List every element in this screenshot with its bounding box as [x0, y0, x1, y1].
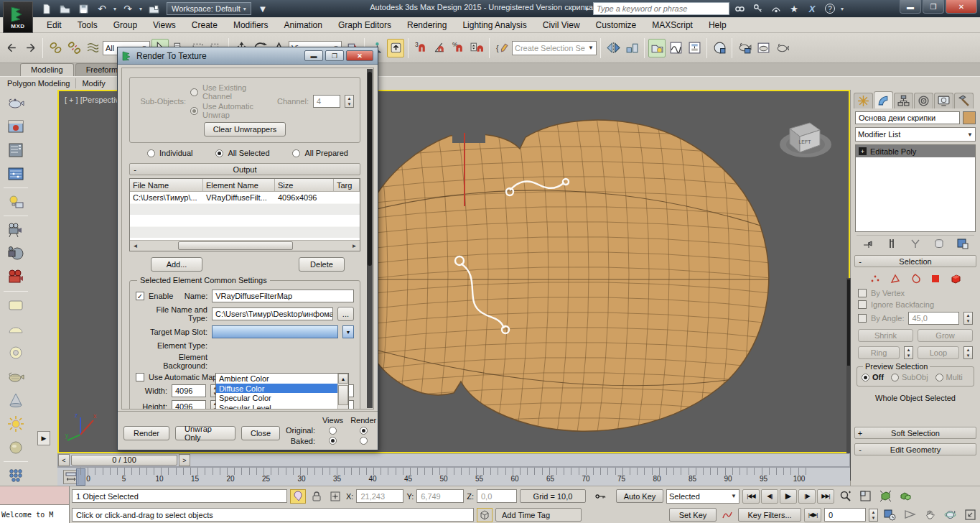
- sun-light-icon[interactable]: [5, 414, 27, 434]
- redo-scene-icon[interactable]: [22, 39, 39, 57]
- target-map-slot-dropdown-list[interactable]: Ambient Color Diffuse Color Specular Col…: [215, 373, 349, 409]
- lighting-analysis-icon[interactable]: [5, 192, 27, 212]
- undo-scene-icon[interactable]: [3, 39, 20, 57]
- play-animation-icon[interactable]: ▶: [780, 489, 797, 504]
- communication-center-icon[interactable]: [769, 2, 783, 15]
- sphere-object-icon[interactable]: [5, 438, 27, 458]
- dropdown-scrollbar[interactable]: ▲ ▼: [337, 374, 348, 409]
- zoom-extents-all-icon[interactable]: [897, 489, 915, 504]
- keyboard-shortcut-override-icon[interactable]: [387, 39, 404, 57]
- search-input[interactable]: [593, 2, 729, 15]
- torus-object-icon[interactable]: [5, 343, 27, 363]
- rendered-frame-icon[interactable]: [5, 116, 27, 136]
- plane-object-icon[interactable]: [5, 295, 27, 315]
- file-name-field[interactable]: C:\Users\Тимур\Desktop\инфомарi: [212, 307, 333, 320]
- cone-object-icon[interactable]: [5, 390, 27, 410]
- isolate-selection-icon[interactable]: [290, 489, 306, 504]
- close-dialog-button[interactable]: Close: [241, 426, 280, 440]
- particle-array-icon[interactable]: [5, 466, 27, 486]
- open-file-icon[interactable]: [57, 2, 72, 15]
- enable-checkbox[interactable]: ✓: [136, 292, 144, 300]
- dialog-title-bar[interactable]: Render To Texture ▬ ❐ ✕: [118, 47, 378, 65]
- menu-item[interactable]: Views: [145, 19, 184, 32]
- new-file-icon[interactable]: [39, 2, 53, 15]
- percent-snap-toggle-icon[interactable]: %: [449, 39, 467, 57]
- redo-dropdown-icon[interactable]: ▾: [139, 6, 142, 12]
- menu-item[interactable]: Rendering: [399, 19, 454, 32]
- menu-item[interactable]: Tools: [70, 19, 106, 32]
- selection-rollout-header[interactable]: - Selection: [854, 255, 976, 267]
- frame-spinner[interactable]: ▲▼: [869, 509, 878, 522]
- tab-hierarchy[interactable]: [894, 93, 913, 108]
- time-slider-handle[interactable]: 0 / 100: [71, 455, 177, 466]
- time-slider[interactable]: < 0 / 100 >: [57, 453, 850, 467]
- quick-render-teapot-icon[interactable]: [5, 93, 27, 113]
- time-slider-prev-icon[interactable]: <: [58, 454, 70, 466]
- dialog-restore-button[interactable]: ❐: [325, 50, 344, 61]
- zoom-icon[interactable]: [837, 489, 854, 504]
- vertex-subobject-icon[interactable]: [869, 273, 881, 286]
- maximize-viewport-toggle-icon[interactable]: [961, 508, 979, 522]
- z-coordinate-field[interactable]: 0,0: [477, 489, 517, 503]
- add-time-tag-cube-icon[interactable]: [477, 508, 493, 522]
- snap-toggle-3d-icon[interactable]: 3: [412, 39, 429, 57]
- add-time-tag-button[interactable]: Add Time Tag: [495, 508, 582, 522]
- browse-button[interactable]: ...: [337, 307, 354, 321]
- edit-geometry-rollout-header[interactable]: - Edit Geometry: [854, 443, 976, 455]
- border-subobject-icon[interactable]: [910, 273, 921, 286]
- channel-field[interactable]: 4: [313, 95, 340, 108]
- element-subobject-icon[interactable]: [950, 273, 961, 286]
- viewcube[interactable]: LEFT: [775, 107, 836, 165]
- clear-unwrappers-button[interactable]: Clear Unwrappers: [204, 122, 286, 136]
- baked-views-radio[interactable]: [329, 437, 337, 445]
- key-login-icon[interactable]: [751, 2, 765, 15]
- modifier-stack[interactable]: + Editable Poly: [855, 144, 976, 232]
- by-angle-checkbox[interactable]: [858, 314, 867, 323]
- dropdown-item[interactable]: Ambient Color: [216, 374, 337, 384]
- use-automatic-unwrap-radio[interactable]: [190, 107, 198, 115]
- edit-named-selection-sets-icon[interactable]: {: [493, 39, 510, 57]
- by-vertex-checkbox[interactable]: [858, 289, 867, 297]
- column-size[interactable]: Size: [275, 179, 334, 191]
- menu-item[interactable]: Create: [184, 19, 225, 32]
- dialog-close-button[interactable]: ✕: [346, 50, 373, 61]
- column-element-name[interactable]: Element Name: [203, 179, 275, 191]
- key-filters-button[interactable]: Key Filters...: [738, 508, 801, 522]
- set-key-button[interactable]: Set Key: [669, 508, 717, 522]
- undo-dropdown-icon[interactable]: ▾: [113, 6, 116, 12]
- maxscript-mini-listener[interactable]: Welcome to M: [0, 486, 70, 523]
- menu-item[interactable]: Modifiers: [225, 19, 276, 32]
- render-production-icon[interactable]: [773, 39, 790, 57]
- workspace-flyout-icon[interactable]: ▼: [256, 2, 270, 15]
- unlink-selection-icon[interactable]: [65, 39, 83, 57]
- all-selected-radio[interactable]: [215, 149, 223, 157]
- orbit-icon[interactable]: [941, 508, 958, 522]
- menu-item[interactable]: Customize: [588, 19, 645, 32]
- dock-flyout-arrow[interactable]: ▶: [37, 431, 50, 445]
- render-setup-dialog-icon[interactable]: [5, 140, 27, 160]
- rendered-frame-window-icon[interactable]: [755, 39, 772, 57]
- x-coordinate-field[interactable]: 21,243: [356, 489, 403, 503]
- viewport-label[interactable]: [ + ] [Perspectiv: [65, 96, 119, 104]
- zoom-extents-icon[interactable]: [877, 489, 895, 504]
- teapot-object-icon[interactable]: [5, 366, 27, 387]
- tab-modify[interactable]: [874, 91, 893, 108]
- ribbon-panel-polygon-modeling[interactable]: Polygon Modeling: [7, 79, 70, 88]
- grow-button[interactable]: Grow: [918, 329, 973, 342]
- project-folder-icon[interactable]: [146, 2, 161, 15]
- named-selection-set-combo[interactable]: Create Selection Se▼: [512, 41, 597, 55]
- dialog-minimize-button[interactable]: ▬: [304, 50, 323, 61]
- width-field[interactable]: 4096: [172, 384, 206, 397]
- help-icon[interactable]: ?: [823, 2, 837, 15]
- track-bar[interactable]: 0510152025303540455055606570758085909510…: [57, 467, 850, 486]
- baked-render-radio[interactable]: [360, 437, 368, 445]
- undo-icon[interactable]: ↶: [95, 2, 109, 15]
- field-of-view-icon[interactable]: [901, 508, 918, 522]
- render-button[interactable]: Render: [123, 426, 169, 440]
- current-frame-field[interactable]: 0: [824, 508, 866, 522]
- menu-item[interactable]: Animation: [276, 19, 330, 32]
- ribbon-panel-modify[interactable]: Modify: [82, 79, 105, 88]
- zoom-extents-all-selected-icon[interactable]: [857, 489, 874, 504]
- search-expand-icon[interactable]: ▸: [586, 5, 589, 12]
- configure-modifier-sets-icon[interactable]: [957, 238, 969, 251]
